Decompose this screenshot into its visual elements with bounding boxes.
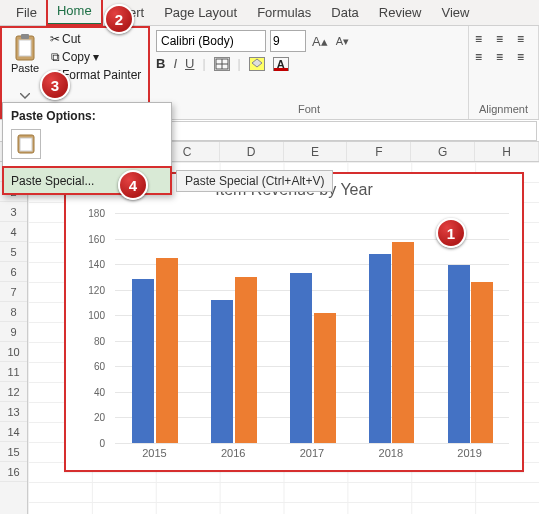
svg-rect-7	[20, 138, 32, 151]
bar-Series1-2019[interactable]	[448, 265, 470, 443]
column-header-D[interactable]: D	[220, 142, 284, 161]
bar-Series2-2018[interactable]	[392, 242, 414, 443]
copy-button[interactable]: ⧉Copy ▾	[48, 48, 141, 66]
bar-Series2-2019[interactable]	[471, 282, 493, 443]
bucket-icon	[250, 58, 264, 68]
bar-Series1-2015[interactable]	[132, 279, 154, 443]
paste-button[interactable]: Paste	[6, 30, 44, 89]
bar-Series2-2015[interactable]	[156, 258, 178, 443]
row-header-8[interactable]: 8	[0, 302, 27, 322]
column-header-H[interactable]: H	[475, 142, 539, 161]
column-header-G[interactable]: G	[411, 142, 475, 161]
row-header-4[interactable]: 4	[0, 222, 27, 242]
svg-rect-1	[19, 40, 31, 56]
bar-Series2-2017[interactable]	[314, 313, 336, 443]
row-headers: 12345678910111213141516	[0, 162, 28, 514]
underline-button[interactable]: U	[185, 56, 194, 71]
tab-data[interactable]: Data	[321, 1, 368, 25]
scissors-icon: ✂	[48, 30, 62, 48]
column-header-E[interactable]: E	[284, 142, 348, 161]
row-header-3[interactable]: 3	[0, 202, 27, 222]
row-header-5[interactable]: 5	[0, 242, 27, 262]
borders-icon	[215, 58, 229, 70]
row-header-13[interactable]: 13	[0, 402, 27, 422]
callout-badge-4: 4	[118, 170, 148, 200]
x-label: 2015	[115, 447, 194, 463]
callout-badge-1: 1	[436, 218, 466, 248]
row-header-11[interactable]: 11	[0, 362, 27, 382]
paste-button-label: Paste	[6, 62, 44, 74]
row-header-16[interactable]: 16	[0, 462, 27, 482]
align-center-icon[interactable]: ≡	[496, 50, 511, 64]
callout-badge-2: 2	[104, 4, 134, 34]
italic-button[interactable]: I	[173, 56, 177, 71]
chevron-down-icon	[20, 93, 30, 99]
font-name-select[interactable]	[156, 30, 266, 52]
row-header-15[interactable]: 15	[0, 442, 27, 462]
paste-option-keep-source[interactable]	[11, 129, 41, 159]
alignment-group-label: Alignment	[475, 103, 532, 117]
align-middle-icon[interactable]: ≡	[496, 32, 511, 46]
row-header-6[interactable]: 6	[0, 262, 27, 282]
row-header-7[interactable]: 7	[0, 282, 27, 302]
decrease-font-icon[interactable]: A▾	[334, 35, 351, 48]
y-tick: 0	[99, 438, 105, 449]
cut-button[interactable]: ✂Cut	[48, 30, 141, 48]
row-header-10[interactable]: 10	[0, 342, 27, 362]
y-tick: 40	[94, 386, 105, 397]
clipboard-icon	[16, 133, 36, 155]
copy-icon: ⧉	[48, 48, 62, 66]
x-label: 2017	[273, 447, 352, 463]
tab-review[interactable]: Review	[369, 1, 432, 25]
tab-view[interactable]: View	[431, 1, 479, 25]
bar-Series1-2017[interactable]	[290, 273, 312, 443]
callout-badge-3: 3	[40, 70, 70, 100]
paste-special-tooltip: Paste Special (Ctrl+Alt+V)	[176, 170, 333, 192]
paste-dropdown-arrow[interactable]	[6, 89, 44, 103]
row-header-12[interactable]: 12	[0, 382, 27, 402]
y-tick: 180	[88, 208, 105, 219]
y-tick: 160	[88, 233, 105, 244]
font-color-button[interactable]: A	[273, 57, 289, 71]
x-label: 2018	[351, 447, 430, 463]
formula-input[interactable]	[119, 121, 537, 141]
clipboard-paste-icon	[12, 32, 38, 62]
tab-page-layout[interactable]: Page Layout	[154, 1, 247, 25]
align-left-icon[interactable]: ≡	[475, 50, 490, 64]
bar-Series1-2018[interactable]	[369, 254, 391, 443]
alignment-group: ≡ ≡ ≡ ≡ ≡ ≡ Alignment	[469, 26, 539, 119]
tab-home[interactable]: Home	[47, 0, 102, 25]
fill-color-button[interactable]	[249, 57, 265, 71]
column-header-F[interactable]: F	[347, 142, 411, 161]
font-group: A▴ A▾ B I U | | A Font	[150, 26, 469, 119]
bar-Series1-2016[interactable]	[211, 300, 233, 443]
tab-formulas[interactable]: Formulas	[247, 1, 321, 25]
embedded-chart[interactable]: Item Revenue by Year 0204060801001201401…	[64, 172, 524, 472]
increase-font-icon[interactable]: A▴	[310, 34, 330, 49]
chart-x-axis: 20152016201720182019	[115, 447, 509, 463]
y-tick: 80	[94, 335, 105, 346]
x-label: 2016	[194, 447, 273, 463]
worksheet-grid: 12345678910111213141516 Item Revenue by …	[0, 162, 539, 514]
align-right-icon[interactable]: ≡	[517, 50, 532, 64]
row-header-9[interactable]: 9	[0, 322, 27, 342]
y-tick: 120	[88, 284, 105, 295]
paste-options-header: Paste Options:	[3, 103, 171, 127]
tab-file[interactable]: File	[6, 1, 47, 25]
align-top-icon[interactable]: ≡	[475, 32, 490, 46]
chart-y-axis: 020406080100120140160180	[65, 213, 111, 443]
font-size-select[interactable]	[270, 30, 306, 52]
borders-button[interactable]	[214, 57, 230, 71]
y-tick: 140	[88, 259, 105, 270]
align-bottom-icon[interactable]: ≡	[517, 32, 532, 46]
y-tick: 60	[94, 361, 105, 372]
y-tick: 20	[94, 412, 105, 423]
cells-area[interactable]: Item Revenue by Year 0204060801001201401…	[28, 162, 539, 514]
x-label: 2019	[430, 447, 509, 463]
ribbon-tabs: FileHomeInsertPage LayoutFormulasDataRev…	[0, 0, 539, 26]
bold-button[interactable]: B	[156, 56, 165, 71]
y-tick: 100	[88, 310, 105, 321]
bar-Series2-2016[interactable]	[235, 277, 257, 443]
svg-rect-2	[21, 34, 29, 39]
row-header-14[interactable]: 14	[0, 422, 27, 442]
